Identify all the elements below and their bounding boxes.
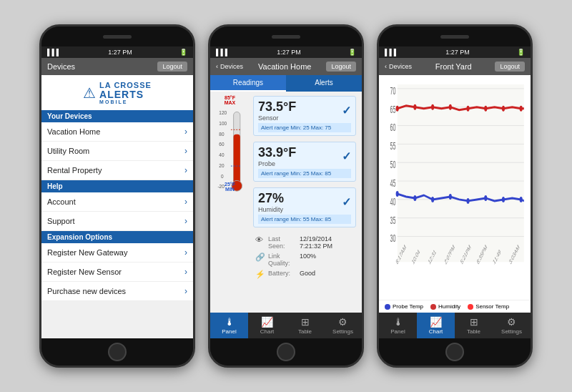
nav-panel-3[interactable]: 🌡 Panel [379, 313, 417, 338]
sensor-dot-4 [449, 104, 452, 110]
nav-panel-label-2: Panel [222, 328, 236, 335]
time-2: 1:27 PM [277, 49, 301, 56]
info-battery: ⚡ Battery: Good [255, 268, 354, 280]
reading-sensor-row: 73.5°F Sensor ✓ [258, 99, 351, 122]
list-item-gateway[interactable]: Register New Gateway › [41, 243, 193, 263]
sensor-dot-3 [431, 104, 434, 110]
time-3: 1:27 PM [445, 49, 470, 56]
nav-table-label-3: Table [467, 328, 480, 335]
sensor-dot-8 [520, 106, 523, 112]
sensor-dot-7 [502, 106, 505, 112]
legend-sensor-label: Sensor Temp [475, 303, 509, 310]
nav-settings-3[interactable]: ⚙ Settings [493, 313, 531, 338]
chevron-sensor: › [184, 267, 187, 277]
header-title-2: Vacation Home [258, 62, 311, 71]
tab-alerts[interactable]: Alerts [286, 75, 362, 92]
list-item-utility[interactable]: Utility Room › [41, 142, 193, 161]
nav-table-3[interactable]: ⊞ Table [455, 313, 493, 338]
back-label-2: Devices [220, 63, 243, 70]
svg-text:70: 70 [390, 85, 396, 96]
section-expansion: Expansion Options [41, 231, 193, 243]
phone-bottom-1 [41, 338, 193, 366]
tab-readings[interactable]: Readings [210, 75, 286, 92]
home-btn-2[interactable] [277, 343, 295, 361]
check-humidity: ✓ [342, 195, 351, 209]
chart-container: 70 65 60 55 50 45 40 35 30 [379, 75, 531, 300]
chevron-purchase: › [184, 286, 187, 296]
screen-1: Devices Logout ⚠ LA CROSSE ALERTS MOBILE… [41, 58, 193, 338]
bottom-nav-3: 🌡 Panel 📈 Chart ⊞ Table ⚙ Settings [379, 313, 531, 338]
warning-icon: ⚠ [83, 84, 96, 102]
svg-text:120: 120 [219, 110, 227, 115]
nav-settings-label-2: Settings [332, 328, 353, 335]
legend-humidity-label: Humidity [438, 303, 460, 310]
last-seen-value: 12/19/20147:21:32 PM [300, 235, 332, 250]
content-area-2: 85°FMAX 120 100 80 60 40 20 0 -20 [210, 92, 362, 313]
header-3: ‹ Devices Front Yard Logout [379, 58, 531, 75]
home-btn-3[interactable] [445, 343, 464, 361]
svg-text:65: 65 [390, 104, 396, 114]
reading-probe: 33.9°F Probe ✓ Alert range Min: 25 Max: … [253, 142, 356, 182]
probe-dot-7 [502, 197, 505, 202]
phone-2: ▌▌▌ 1:27 PM 🔋 ‹ Devices Vacation Home Lo… [208, 24, 364, 368]
probe-dot-1 [396, 191, 399, 197]
item-label-gateway: Register New Gateway [47, 248, 128, 257]
phone-1: ▌▌▌ 1:27 PM 🔋 Devices Logout ⚠ LA CROSSE… [39, 24, 195, 368]
nav-settings-label-3: Settings [501, 328, 522, 335]
item-label-sensor: Register New Sensor [47, 268, 122, 276]
battery-3: 🔋 [517, 49, 525, 56]
nav-settings-2[interactable]: ⚙ Settings [324, 313, 362, 338]
time-1: 1:27 PM [108, 49, 132, 56]
list-item-vacation[interactable]: Vacation Home › [41, 122, 193, 142]
back-btn-2[interactable]: ‹ Devices [216, 63, 243, 70]
list-item-account[interactable]: Account › [41, 192, 193, 212]
battery-value: Good [300, 270, 315, 277]
nav-chart-label-2: Chart [260, 328, 275, 335]
header-2: ‹ Devices Vacation Home Logout [210, 58, 362, 75]
speaker-3 [440, 35, 469, 39]
reading-humidity-alert: Alert range Min: 55 Max: 85 [258, 215, 351, 224]
check-probe: ✓ [342, 150, 351, 163]
signal-3: ▌▌▌ [385, 49, 398, 56]
list-item-sensor[interactable]: Register New Sensor › [41, 263, 193, 282]
sensor-dot-5 [466, 106, 469, 112]
chart-icon-2: 📈 [261, 316, 273, 328]
chevron-support: › [184, 216, 187, 226]
signal-1: ▌▌▌ [47, 49, 61, 56]
logo-mobile: MOBILE [99, 99, 127, 104]
svg-text:20: 20 [219, 163, 225, 168]
logout-btn-1[interactable]: Logout [157, 62, 187, 72]
reading-sensor-label: Sensor [258, 114, 296, 122]
nav-table-label-2: Table [298, 328, 312, 335]
reading-sensor: 73.5°F Sensor ✓ Alert range Min: 25 Max:… [253, 96, 356, 136]
chevron-vacation: › [184, 127, 187, 137]
chevron-account: › [184, 197, 187, 207]
svg-text:0: 0 [221, 174, 224, 179]
nav-chart-3[interactable]: 📈 Chart [417, 313, 455, 338]
probe-dot-5 [466, 198, 469, 204]
list-item-purchase[interactable]: Purchase new devices › [41, 282, 193, 301]
info-section: 👁 Last Seen: 12/19/20147:21:32 PM 🔗 Link… [250, 231, 360, 283]
back-btn-3[interactable]: ‹ Devices [385, 63, 412, 70]
list-item-rental[interactable]: Rental Property › [41, 161, 193, 180]
sensor-dot-1 [396, 106, 399, 112]
nav-table-2[interactable]: ⊞ Table [286, 313, 324, 338]
svg-text:40: 40 [390, 196, 396, 207]
logout-btn-2[interactable]: Logout [326, 62, 356, 72]
logout-btn-3[interactable]: Logout [495, 62, 525, 72]
list-item-support[interactable]: Support › [41, 212, 193, 231]
screen-2: ‹ Devices Vacation Home Logout Readings … [210, 58, 362, 338]
svg-text:80: 80 [219, 132, 225, 137]
nav-chart-2[interactable]: 📈 Chart [248, 313, 286, 338]
reading-probe-value: 33.9°F [258, 145, 296, 160]
probe-dot-3 [431, 197, 434, 202]
item-label-support: Support [47, 217, 75, 225]
svg-text:60: 60 [219, 142, 225, 147]
home-btn-1[interactable] [108, 343, 127, 361]
legend-probe-dot [385, 304, 390, 310]
nav-panel-2[interactable]: 🌡 Panel [210, 313, 248, 338]
sensor-dot-2 [413, 104, 416, 110]
reading-humidity-label: Humidity [258, 206, 284, 213]
svg-text:35: 35 [390, 215, 396, 225]
reading-humidity-row: 27% Humidity ✓ [258, 191, 351, 213]
